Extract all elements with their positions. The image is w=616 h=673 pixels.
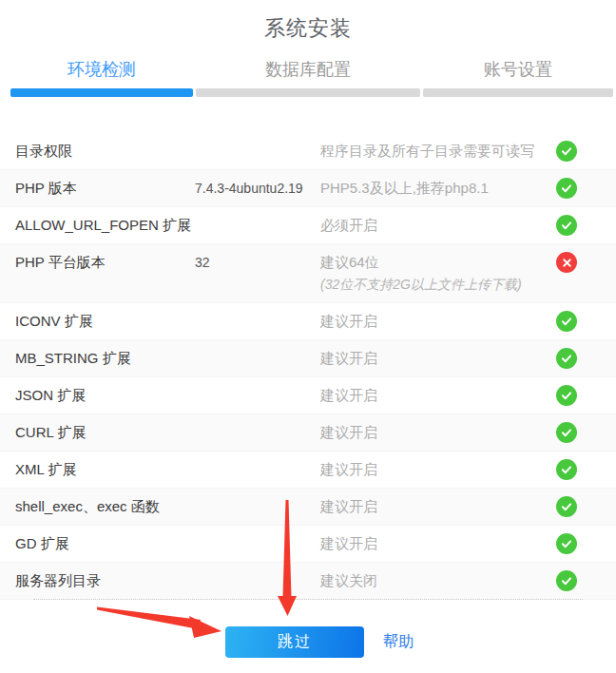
table-row: XML 扩展建议开启 (0, 452, 616, 489)
check-item-requirement: 建议开启 (320, 452, 556, 488)
requirement-text: 建议开启 (320, 387, 377, 403)
tab-account-settings[interactable]: 账号设置 (423, 58, 613, 81)
check-item-status (556, 244, 577, 280)
tab-env-check[interactable]: 环境检测 (10, 58, 193, 81)
table-row: CURL 扩展建议开启 (0, 414, 616, 452)
success-check-icon (556, 533, 577, 554)
check-item-status (556, 133, 577, 169)
requirement-text: 建议开启 (320, 313, 377, 329)
help-link[interactable]: 帮助 (383, 632, 414, 652)
check-item-requirement: 建议关闭 (320, 563, 556, 599)
requirement-text: PHP5.3及以上,推荐php8.1 (320, 180, 489, 196)
check-item-label: PHP 平台版本 (0, 244, 195, 280)
check-item-status (556, 170, 577, 206)
check-item-label: ALLOW_URL_FOPEN 扩展 (0, 207, 195, 243)
requirement-note: (32位不支持2G以上文件上传下载) (320, 276, 556, 302)
check-item-status (556, 207, 577, 243)
footer: 跳过 帮助 (0, 626, 616, 661)
check-item-label: 服务器列目录 (0, 563, 195, 599)
requirement-text: 建议64位 (320, 254, 379, 270)
check-item-requirement: 建议64位(32位不支持2G以上文件上传下载) (320, 244, 556, 302)
requirement-text: 程序目录及所有子目录需要可读写 (320, 143, 534, 159)
check-item-requirement: 建议开启 (320, 489, 556, 525)
check-item-status (556, 526, 577, 562)
check-item-label: GD 扩展 (0, 526, 195, 562)
check-item-status (556, 377, 577, 413)
check-item-label: CURL 扩展 (0, 414, 195, 451)
check-item-label: JSON 扩展 (0, 377, 195, 413)
check-item-requirement: 程序目录及所有子目录需要可读写 (320, 133, 556, 169)
check-item-value: 7.4.3-4ubuntu2.19 (195, 170, 320, 206)
success-check-icon (556, 496, 577, 517)
check-item-label: MB_STRING 扩展 (0, 340, 195, 376)
check-item-requirement: PHP5.3及以上,推荐php8.1 (320, 170, 556, 206)
check-item-label: 目录权限 (0, 133, 195, 169)
success-check-icon (556, 311, 577, 332)
check-item-label: PHP 版本 (0, 170, 195, 206)
success-check-icon (556, 141, 577, 162)
step-progress-bar (0, 83, 616, 97)
table-row: 目录权限程序目录及所有子目录需要可读写 (0, 133, 616, 170)
requirement-text: 建议开启 (320, 424, 377, 440)
success-check-icon (556, 422, 577, 443)
table-row: JSON 扩展建议开启 (0, 377, 616, 414)
success-check-icon (556, 178, 577, 199)
install-wizard: 系统安装 环境检测 数据库配置 账号设置 目录权限程序目录及所有子目录需要可读写… (0, 0, 616, 673)
requirement-text: 必须开启 (320, 217, 377, 233)
check-item-requirement: 建议开启 (320, 526, 556, 562)
check-item-label: ICONV 扩展 (0, 303, 195, 339)
progress-segment (196, 88, 420, 97)
success-check-icon (556, 385, 577, 406)
check-item-value: 32 (195, 244, 320, 280)
requirement-text: 建议开启 (320, 461, 377, 477)
table-row: 服务器列目录建议关闭 (0, 563, 616, 600)
table-row: GD 扩展建议开启 (0, 526, 616, 563)
check-item-status (556, 340, 577, 376)
success-check-icon (556, 570, 577, 591)
check-item-requirement: 建议开启 (320, 414, 556, 451)
progress-segment (423, 88, 613, 97)
table-row: shell_exec、exec 函数建议开启 (0, 489, 616, 526)
footer-divider (33, 599, 583, 600)
requirement-text: 建议关闭 (320, 572, 377, 588)
tab-database-config[interactable]: 数据库配置 (196, 58, 420, 81)
check-item-requirement: 建议开启 (320, 377, 556, 413)
check-item-status (556, 452, 577, 488)
progress-segment-active (10, 88, 193, 97)
check-item-status (556, 489, 577, 525)
check-item-label: shell_exec、exec 函数 (0, 489, 195, 525)
table-row: ICONV 扩展建议开启 (0, 303, 616, 340)
table-row: PHP 版本7.4.3-4ubuntu2.19PHP5.3及以上,推荐php8.… (0, 170, 616, 207)
table-row: ALLOW_URL_FOPEN 扩展必须开启 (0, 207, 616, 244)
table-row: PHP 平台版本32建议64位(32位不支持2G以上文件上传下载) (0, 244, 616, 303)
check-item-status (556, 563, 577, 599)
check-item-requirement: 必须开启 (320, 207, 556, 243)
error-cross-icon (556, 252, 577, 273)
table-row: MB_STRING 扩展建议开启 (0, 340, 616, 377)
check-item-requirement: 建议开启 (320, 340, 556, 376)
check-item-status (556, 414, 577, 451)
success-check-icon (556, 215, 577, 236)
requirement-text: 建议开启 (320, 350, 377, 366)
requirement-text: 建议开启 (320, 535, 377, 551)
page-title: 系统安装 (0, 0, 616, 52)
check-item-label: XML 扩展 (0, 452, 195, 488)
check-item-status (556, 303, 577, 339)
skip-button[interactable]: 跳过 (225, 626, 364, 658)
success-check-icon (556, 348, 577, 369)
check-item-requirement: 建议开启 (320, 303, 556, 339)
requirement-text: 建议开启 (320, 498, 377, 514)
check-table: 目录权限程序目录及所有子目录需要可读写PHP 版本7.4.3-4ubuntu2.… (0, 133, 616, 600)
step-tabs: 环境检测 数据库配置 账号设置 (0, 52, 616, 83)
success-check-icon (556, 459, 577, 480)
